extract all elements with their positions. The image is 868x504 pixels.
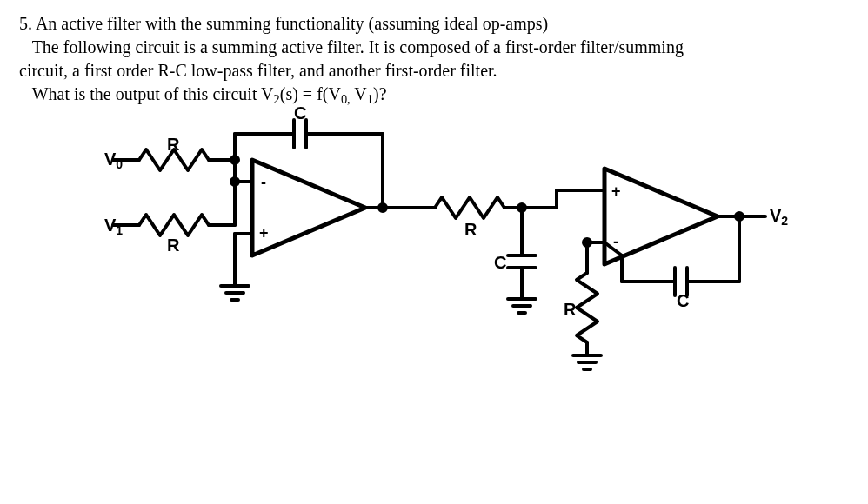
label-V1: V1 bbox=[104, 216, 123, 236]
question-c: V bbox=[351, 84, 367, 103]
ground-icon bbox=[508, 299, 536, 313]
label-C-rc: C bbox=[494, 254, 506, 271]
problem-number: 5. bbox=[19, 14, 32, 33]
ground-icon bbox=[221, 286, 249, 300]
svg-point-12 bbox=[231, 178, 238, 185]
problem-line1: An active filter with the summing functi… bbox=[36, 14, 548, 33]
question-sub1: 2 bbox=[274, 92, 280, 106]
svg-text:-: - bbox=[613, 233, 618, 250]
svg-text:+: + bbox=[259, 224, 269, 242]
question-d: )? bbox=[373, 84, 387, 103]
circuit-svg: - + + - bbox=[87, 108, 800, 403]
question-sub2: 0, bbox=[341, 92, 351, 106]
question-a: What is the output of this circuit V bbox=[32, 84, 274, 103]
capacitor-icon bbox=[294, 120, 306, 148]
label-V0: V0 bbox=[104, 150, 123, 170]
label-V2: V2 bbox=[770, 207, 788, 227]
capacitor-icon bbox=[508, 255, 536, 268]
circuit-diagram: - + + - V0 V1 V2 R R C R C R C bbox=[0, 108, 868, 438]
label-C-fb2: C bbox=[677, 292, 689, 309]
svg-text:+: + bbox=[611, 182, 621, 200]
resistor-icon bbox=[139, 215, 209, 235]
question-b: (s) = f(V bbox=[280, 84, 341, 103]
svg-point-48 bbox=[584, 239, 591, 246]
problem-line2b: circuit, a first order R-C low-pass filt… bbox=[19, 61, 497, 80]
label-R-in-bot: R bbox=[167, 236, 179, 254]
resistor-icon bbox=[577, 273, 598, 342]
question-sub3: 1 bbox=[367, 92, 373, 106]
label-R-gnd2: R bbox=[564, 301, 576, 318]
svg-text:-: - bbox=[261, 174, 266, 191]
label-R-in-top: R bbox=[167, 136, 179, 153]
label-R-rc: R bbox=[464, 221, 477, 238]
problem-text: 5. An active filter with the summing fun… bbox=[0, 0, 868, 108]
resistor-icon bbox=[435, 197, 504, 218]
svg-point-20 bbox=[231, 156, 238, 163]
label-C-fb1: C bbox=[294, 104, 306, 122]
problem-line2a: The following circuit is a summing activ… bbox=[32, 37, 684, 56]
ground-icon bbox=[573, 355, 601, 369]
